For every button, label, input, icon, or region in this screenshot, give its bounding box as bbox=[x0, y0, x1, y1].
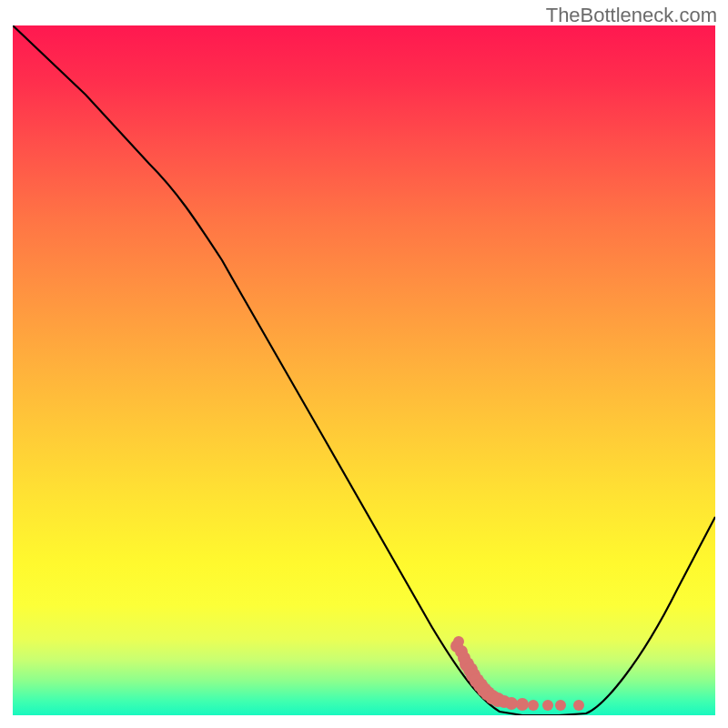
svg-point-17 bbox=[542, 700, 553, 711]
svg-point-14 bbox=[505, 697, 518, 710]
dot-cluster-layer bbox=[13, 25, 715, 715]
highlight-dots bbox=[450, 636, 584, 711]
svg-point-19 bbox=[573, 700, 584, 711]
svg-point-16 bbox=[528, 700, 539, 711]
watermark-text: TheBottleneck.com bbox=[546, 4, 717, 27]
plot-area bbox=[13, 25, 715, 715]
svg-point-18 bbox=[555, 700, 566, 711]
svg-point-15 bbox=[516, 698, 529, 711]
